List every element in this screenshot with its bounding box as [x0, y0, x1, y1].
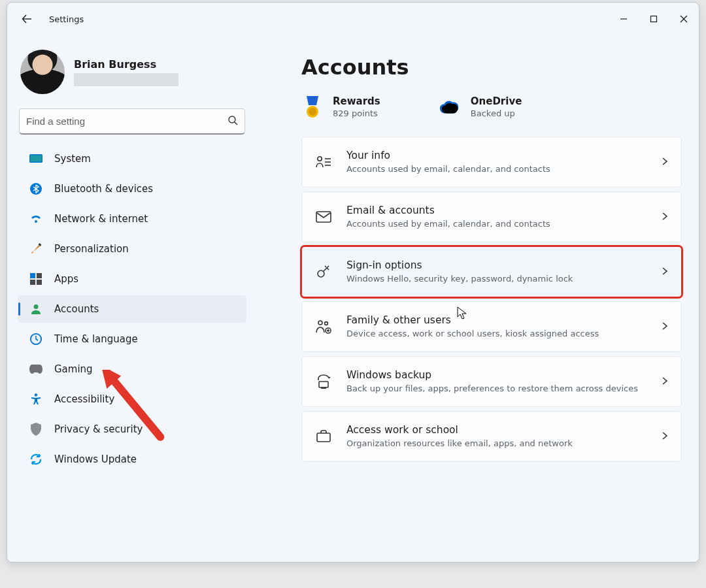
search-box[interactable]: [19, 108, 245, 135]
tile-your-info[interactable]: Your info Accounts used by email, calend…: [301, 137, 682, 188]
svg-rect-1: [651, 16, 657, 22]
user-block[interactable]: Brian Burgess: [15, 47, 249, 102]
sidebar-item-update[interactable]: Windows Update: [18, 446, 246, 473]
sidebar-item-label: Time & language: [54, 333, 138, 345]
tile-title: Windows backup: [346, 369, 646, 381]
search-icon: [227, 115, 238, 128]
svg-rect-13: [37, 280, 42, 285]
sidebar-item-time[interactable]: Time & language: [18, 325, 246, 353]
svg-rect-7: [31, 155, 42, 162]
key-icon: [315, 263, 332, 280]
backup-icon: [315, 373, 332, 390]
svg-point-20: [309, 108, 316, 116]
back-button[interactable]: [14, 6, 40, 32]
cloud-icon: [439, 96, 462, 118]
bluetooth-icon: [29, 182, 42, 195]
sidebar-item-label: Privacy & security: [54, 423, 143, 435]
tile-signin[interactable]: Sign-in options Windows Hello, security …: [301, 246, 682, 297]
sidebar-item-label: Accounts: [54, 303, 99, 315]
tile-title: Email & accounts: [346, 204, 646, 216]
page-title: Accounts: [301, 55, 682, 80]
chevron-right-icon: [660, 376, 669, 388]
svg-rect-11: [37, 273, 42, 278]
user-name: Brian Burgess: [74, 58, 178, 71]
tile-title: Family & other users: [346, 314, 646, 326]
sidebar: Brian Burgess System: [7, 35, 256, 562]
tile-sub: Device access, work or school users, kio…: [346, 328, 646, 340]
briefcase-icon: [315, 428, 332, 445]
tile-backup[interactable]: Windows backup Back up your files, apps,…: [301, 356, 682, 407]
sidebar-item-label: Personalization: [54, 243, 129, 255]
svg-rect-10: [30, 273, 35, 278]
brush-icon: [29, 242, 42, 255]
sidebar-item-network[interactable]: Network & internet: [18, 205, 246, 233]
rewards-sub: 829 points: [333, 108, 380, 118]
family-icon: [315, 318, 332, 335]
sidebar-item-system[interactable]: System: [18, 145, 246, 172]
your-info-icon: [315, 154, 332, 171]
minimize-button[interactable]: [609, 6, 639, 32]
sidebar-item-label: System: [54, 153, 91, 165]
status-row: Rewards 829 points OneDrive Backed up: [301, 95, 682, 118]
tile-title: Access work or school: [346, 424, 646, 436]
svg-point-21: [318, 157, 322, 161]
tile-family[interactable]: Family & other users Device access, work…: [301, 301, 682, 352]
main-content: Accounts Rewards 829 points: [256, 35, 699, 562]
svg-point-28: [325, 322, 328, 325]
svg-rect-32: [319, 382, 328, 387]
svg-point-26: [318, 270, 324, 277]
tile-work[interactable]: Access work or school Organization resou…: [301, 411, 682, 462]
svg-line-5: [235, 122, 237, 125]
accessibility-icon: [29, 393, 42, 406]
sidebar-item-privacy[interactable]: Privacy & security: [18, 416, 246, 443]
tile-sub: Windows Hello, security key, password, d…: [346, 273, 646, 285]
chevron-right-icon: [660, 211, 669, 223]
maximize-button[interactable]: [639, 6, 669, 32]
tile-sub: Organization resources like email, apps,…: [346, 438, 646, 449]
tile-sub: Back up your files, apps, preferences to…: [346, 383, 646, 395]
clock-icon: [29, 333, 42, 346]
search-input[interactable]: [26, 116, 227, 127]
sidebar-item-apps[interactable]: Apps: [18, 265, 246, 293]
sidebar-item-label: Apps: [54, 273, 78, 285]
settings-window: Settings Brian Burgess: [7, 2, 699, 563]
titlebar: Settings: [7, 3, 699, 35]
sidebar-item-accounts[interactable]: Accounts: [18, 295, 246, 323]
chevron-right-icon: [660, 431, 669, 443]
sidebar-item-accessibility[interactable]: Accessibility: [18, 385, 246, 413]
onedrive-sub: Backed up: [471, 108, 522, 118]
sidebar-item-label: Network & internet: [54, 213, 148, 225]
sidebar-item-bluetooth[interactable]: Bluetooth & devices: [18, 175, 246, 203]
tile-title: Sign-in options: [346, 259, 646, 271]
shield-icon: [29, 423, 42, 436]
wifi-icon: [29, 212, 42, 225]
svg-point-14: [34, 304, 39, 309]
rewards-icon: [301, 96, 324, 118]
chevron-right-icon: [660, 321, 669, 333]
svg-point-18: [35, 393, 37, 396]
tile-sub: Accounts used by email, calendar, and co…: [346, 218, 646, 230]
update-icon: [29, 453, 42, 466]
app-title: Settings: [49, 14, 84, 24]
onedrive-title: OneDrive: [471, 95, 522, 107]
gamepad-icon: [29, 363, 42, 376]
tile-sub: Accounts used by email, calendar, and co…: [346, 163, 646, 175]
system-icon: [29, 152, 42, 165]
tile-title: Your info: [346, 150, 646, 161]
tile-email[interactable]: Email & accounts Accounts used by email,…: [301, 191, 682, 242]
person-icon: [29, 302, 42, 316]
close-button[interactable]: [669, 6, 699, 32]
accounts-tiles: Your info Accounts used by email, calend…: [301, 137, 682, 462]
sidebar-item-personalization[interactable]: Personalization: [18, 235, 246, 263]
svg-point-27: [318, 321, 322, 325]
sidebar-item-gaming[interactable]: Gaming: [18, 355, 246, 383]
apps-icon: [29, 272, 42, 286]
svg-rect-12: [30, 280, 35, 285]
rewards-title: Rewards: [333, 95, 380, 107]
mail-icon: [315, 208, 332, 225]
onedrive-status[interactable]: OneDrive Backed up: [439, 95, 522, 118]
user-email: [74, 73, 178, 86]
rewards-status[interactable]: Rewards 829 points: [301, 95, 380, 118]
sidebar-item-label: Windows Update: [54, 453, 137, 465]
svg-rect-25: [316, 212, 331, 222]
